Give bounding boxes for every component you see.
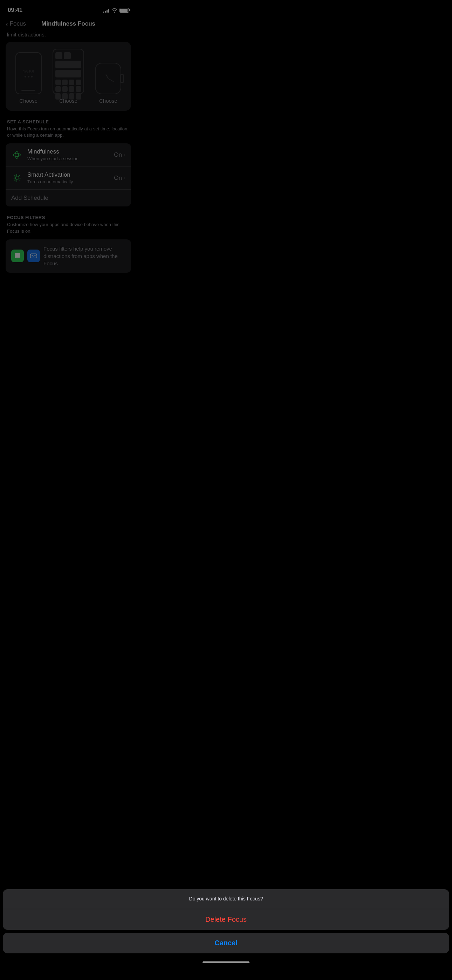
modal-dim-overlay [0, 0, 137, 296]
